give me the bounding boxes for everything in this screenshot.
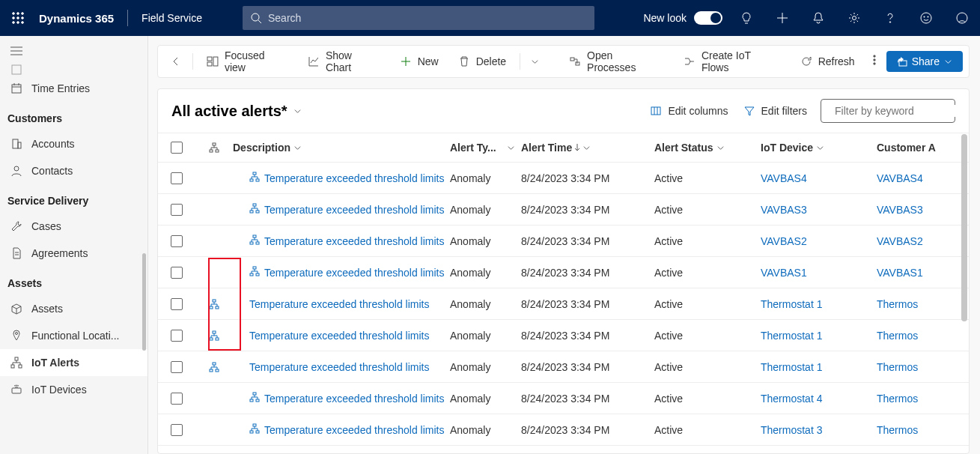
col-alert-type[interactable]: Alert Ty...	[450, 142, 521, 154]
hamburger-icon[interactable]	[0, 36, 147, 66]
table-row[interactable]: Temperature exceeded threshold limitsAno…	[158, 163, 969, 194]
row-hierarchy-icon[interactable]	[195, 362, 233, 372]
help-icon[interactable]	[872, 0, 908, 36]
sidebar-item-assets[interactable]: Assets	[0, 295, 147, 322]
search-input[interactable]	[268, 12, 587, 24]
back-button[interactable]	[164, 51, 188, 72]
device-link[interactable]: Thermostat 1	[761, 361, 822, 373]
sidebar-item-iot-devices[interactable]: IoT Devices	[0, 376, 147, 403]
device-link[interactable]: VAVBAS2	[761, 235, 807, 247]
open-processes-button[interactable]: Open Processes	[560, 45, 673, 78]
device-link[interactable]: VAVBAS1	[761, 267, 807, 279]
asset-link[interactable]: Thermos	[877, 330, 918, 342]
device-link[interactable]: Thermostat 1	[761, 298, 822, 310]
hierarchy-icon[interactable]	[249, 266, 260, 279]
delete-button[interactable]: Delete	[449, 51, 515, 72]
profile-icon[interactable]	[944, 0, 980, 36]
row-checkbox[interactable]	[158, 298, 195, 310]
asset-link[interactable]: Thermos	[877, 393, 918, 405]
table-row[interactable]: Temperature exceeded threshold limitsAno…	[158, 257, 969, 288]
sidebar-item-iot-alerts[interactable]: IoT Alerts	[0, 349, 147, 376]
row-hierarchy-icon[interactable]	[195, 299, 233, 309]
sidebar-item-agreements[interactable]: Agreements	[0, 240, 147, 267]
new-button[interactable]: New	[391, 51, 448, 72]
device-link[interactable]: Thermostat 1	[761, 330, 822, 342]
app-launcher-icon[interactable]	[0, 0, 36, 36]
lightbulb-icon[interactable]	[728, 0, 764, 36]
view-selector[interactable]: All active alerts*	[171, 103, 302, 120]
hierarchy-column-header[interactable]	[195, 142, 233, 153]
description-link[interactable]: Temperature exceeded threshold limits	[264, 424, 444, 436]
table-row[interactable]: Temperature exceeded threshold limitsAno…	[158, 226, 969, 257]
col-alert-time[interactable]: Alert Time	[521, 142, 648, 154]
description-link[interactable]: Temperature exceeded threshold limits	[264, 235, 444, 247]
create-iot-flows-button[interactable]: Create IoT Flows	[675, 45, 790, 78]
description-link[interactable]: Temperature exceeded threshold limits	[249, 361, 429, 373]
new-look-toggle[interactable]: New look	[643, 11, 728, 25]
description-link[interactable]: Temperature exceeded threshold limits	[264, 204, 444, 216]
row-checkbox[interactable]	[158, 172, 195, 184]
hierarchy-icon[interactable]	[249, 423, 260, 436]
row-checkbox[interactable]	[158, 330, 195, 342]
asset-link[interactable]: VAVBAS3	[877, 204, 923, 216]
select-all-checkbox[interactable]	[158, 142, 195, 154]
device-link[interactable]: VAVBAS4	[761, 172, 807, 184]
share-button[interactable]: Share	[886, 51, 963, 72]
smiley-icon[interactable]	[908, 0, 944, 36]
row-checkbox[interactable]	[158, 393, 195, 405]
table-row[interactable]: Temperature exceeded threshold limitsAno…	[158, 194, 969, 226]
asset-link[interactable]: VAVBAS1	[877, 267, 923, 279]
row-hierarchy-icon[interactable]	[195, 330, 233, 341]
device-link[interactable]: VAVBAS3	[761, 204, 807, 216]
asset-link[interactable]: VAVBAS4	[877, 172, 923, 184]
refresh-button[interactable]: Refresh	[791, 51, 864, 72]
col-customer-asset[interactable]: Customer A	[877, 142, 952, 154]
row-checkbox[interactable]	[158, 361, 195, 373]
asset-link[interactable]: Thermos	[877, 424, 918, 436]
grid-scrollbar[interactable]	[961, 134, 967, 321]
description-link[interactable]: Temperature exceeded threshold limits	[249, 330, 429, 342]
col-iot-device[interactable]: IoT Device	[761, 142, 877, 154]
edit-filters-button[interactable]: Edit filters	[736, 100, 815, 121]
keyword-filter[interactable]	[821, 99, 955, 123]
filter-input[interactable]	[835, 105, 966, 117]
col-alert-status[interactable]: Alert Status	[648, 142, 761, 154]
sidebar-item-cutoff[interactable]	[0, 64, 147, 75]
global-search[interactable]	[243, 6, 594, 30]
row-checkbox[interactable]	[158, 267, 195, 279]
table-row[interactable]: Temperature exceeded threshold limitsAno…	[158, 351, 969, 383]
description-link[interactable]: Temperature exceeded threshold limits	[264, 172, 444, 184]
row-checkbox[interactable]	[158, 235, 195, 247]
description-link[interactable]: Temperature exceeded threshold limits	[264, 393, 444, 405]
brand-label[interactable]: Dynamics 365	[36, 12, 127, 25]
show-chart-button[interactable]: Show Chart	[299, 45, 389, 78]
gear-icon[interactable]	[836, 0, 872, 36]
edit-columns-button[interactable]: Edit columns	[642, 100, 735, 121]
table-row[interactable]: Temperature exceeded threshold limitsAno…	[158, 383, 969, 414]
device-link[interactable]: Thermostat 3	[761, 424, 822, 436]
col-description[interactable]: Description	[233, 142, 450, 154]
row-checkbox[interactable]	[158, 204, 195, 216]
overflow-button[interactable]	[865, 49, 883, 73]
module-label[interactable]: Field Service	[128, 12, 216, 24]
sidebar-scrollbar[interactable]	[142, 253, 146, 351]
delete-split-button[interactable]	[525, 53, 545, 70]
toggle-switch-icon[interactable]	[694, 11, 722, 25]
focused-view-button[interactable]: Focused view	[198, 45, 297, 78]
device-link[interactable]: Thermostat 4	[761, 393, 822, 405]
asset-link[interactable]: Thermos	[877, 298, 918, 310]
description-link[interactable]: Temperature exceeded threshold limits	[249, 298, 429, 310]
hierarchy-icon[interactable]	[249, 172, 260, 184]
sidebar-item-time-entries[interactable]: Time Entries	[0, 75, 147, 102]
asset-link[interactable]: Thermos	[877, 361, 918, 373]
hierarchy-icon[interactable]	[249, 234, 260, 247]
row-checkbox[interactable]	[158, 424, 195, 436]
asset-link[interactable]: VAVBAS2	[877, 235, 923, 247]
sidebar-item-contacts[interactable]: Contacts	[0, 157, 147, 184]
bell-icon[interactable]	[800, 0, 836, 36]
add-icon[interactable]	[764, 0, 800, 36]
sidebar-item-accounts[interactable]: Accounts	[0, 130, 147, 157]
hierarchy-icon[interactable]	[249, 203, 260, 216]
description-link[interactable]: Temperature exceeded threshold limits	[264, 267, 444, 279]
sidebar-item-functional-locations[interactable]: Functional Locati...	[0, 322, 147, 349]
